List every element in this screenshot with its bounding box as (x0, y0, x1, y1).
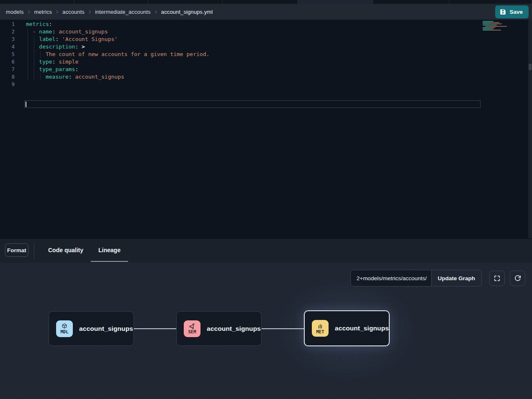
node-label: account_signups (79, 325, 133, 332)
line-number-gutter: 123456789 (0, 20, 18, 88)
save-button[interactable]: Save (495, 5, 529, 18)
chevron-right-icon (27, 10, 31, 14)
editor-scrollbar[interactable] (528, 20, 532, 238)
code-token: 'Account Signups' (59, 36, 118, 42)
lineage-toolbar: Update Graph (350, 270, 525, 286)
refresh-button[interactable] (510, 271, 525, 286)
save-icon (500, 9, 506, 15)
line-number: 6 (0, 58, 18, 66)
code-token: simple (55, 59, 78, 65)
indent-guide (34, 58, 34, 66)
indent-guide (40, 73, 41, 81)
line-number: 7 (0, 66, 18, 73)
app-window: modelsmetricsaccountsintermediate_accoun… (0, 0, 532, 399)
code-line[interactable]: The count of new accounts for a given ti… (26, 51, 486, 58)
code-token (78, 43, 82, 50)
update-graph-button[interactable]: Update Graph (431, 270, 481, 286)
code-token: The count of new accounts for a given ti… (46, 51, 209, 57)
code-token: : (69, 74, 72, 80)
line-number: 3 (0, 36, 18, 43)
line-number: 1 (0, 20, 18, 28)
editor-tab[interactable] (373, 0, 450, 4)
lineage-node-sem[interactable]: SEMaccount_signups (176, 311, 262, 346)
code-token (26, 74, 46, 80)
text-cursor (26, 102, 26, 107)
code-token: : (49, 21, 52, 27)
lineage-node-mdl[interactable]: MDLaccount_signups (49, 311, 134, 346)
editor-tab[interactable] (74, 0, 148, 4)
code-token (26, 51, 46, 57)
code-line[interactable]: label: 'Account Signups' (26, 36, 486, 43)
indent-guide (34, 51, 34, 58)
metric-chart-icon (317, 323, 324, 330)
code-line[interactable]: description: > (26, 43, 486, 51)
indent-guide (28, 58, 28, 66)
editor-scrollbar-thumb[interactable] (529, 64, 532, 70)
tab-code-quality[interactable]: Code quality (41, 239, 91, 261)
code-line[interactable]: - name: account_signups (26, 28, 486, 36)
breadcrumb: modelsmetricsaccountsintermediate_accoun… (6, 9, 213, 15)
breadcrumb-item[interactable]: intermediate_accounts (95, 9, 151, 15)
editor-tab[interactable] (0, 0, 74, 4)
node-label: account_signups (335, 325, 389, 332)
code-token: type_params (39, 66, 75, 72)
code-content[interactable]: metrics: - name: account_signups label: … (26, 20, 486, 88)
editor-tab-strip (0, 0, 532, 4)
code-line[interactable]: type: simple (26, 58, 486, 66)
save-label: Save (509, 9, 523, 15)
panel-tabs: Code qualityLineage (41, 239, 128, 261)
format-button[interactable]: Format (5, 243, 28, 257)
node-badge-label: SEM (188, 330, 196, 334)
code-token (26, 28, 33, 35)
indent-guide (28, 36, 28, 43)
code-line[interactable]: measure: account_signups (26, 73, 486, 81)
code-token: metrics (26, 21, 49, 27)
breadcrumb-item[interactable]: accounts (62, 9, 85, 15)
model-cube-icon (61, 323, 68, 330)
line-number: 4 (0, 43, 18, 51)
breadcrumb-item[interactable]: metrics (34, 9, 52, 15)
code-token: name (39, 28, 52, 35)
fullscreen-icon (493, 275, 501, 282)
editor-tab[interactable] (148, 0, 223, 4)
minimap[interactable] (483, 21, 507, 31)
code-token: type (39, 59, 52, 65)
lineage-selector-input[interactable] (351, 270, 431, 286)
code-line[interactable]: metrics: (26, 20, 486, 28)
node-label: account_signups (207, 325, 261, 332)
code-line[interactable]: type_params: (26, 66, 486, 73)
indent-guide (28, 28, 28, 36)
indent-guide (40, 51, 41, 58)
indent-guide (28, 43, 28, 51)
code-line-current[interactable] (26, 81, 486, 88)
lineage-node-met[interactable]: METaccount_signups (304, 310, 390, 346)
code-token: : (75, 66, 78, 72)
current-line-highlight (24, 100, 481, 108)
code-token: measure (46, 74, 69, 80)
indent-guide (34, 73, 34, 81)
editor-tab[interactable] (450, 0, 532, 4)
file-header: modelsmetricsaccountsintermediate_accoun… (0, 4, 532, 20)
editor-tab[interactable] (298, 0, 373, 4)
line-number: 5 (0, 51, 18, 58)
line-number: 8 (0, 73, 18, 81)
editor-tab[interactable] (223, 0, 298, 4)
indent-guide (28, 66, 28, 73)
chevron-right-icon (154, 10, 158, 14)
code-token: - (33, 28, 39, 35)
tab-lineage[interactable]: Lineage (91, 239, 128, 261)
code-token: > (82, 43, 85, 50)
breadcrumb-item[interactable]: models (6, 9, 24, 15)
chevron-right-icon (55, 10, 59, 14)
indent-guide (34, 66, 34, 73)
breadcrumb-item[interactable]: account_signups.yml (161, 9, 213, 15)
code-token: account_signups (72, 74, 124, 80)
code-token: description (39, 43, 75, 50)
node-badge-label: MDL (61, 330, 69, 334)
toolbar-divider (34, 242, 34, 259)
refresh-icon (514, 275, 521, 282)
fullscreen-button[interactable] (489, 271, 505, 286)
node-badge-met: MET (312, 320, 329, 337)
code-editor[interactable]: 123456789 metrics: - name: account_signu… (0, 20, 532, 238)
lineage-canvas[interactable]: Update Graph (0, 263, 532, 399)
